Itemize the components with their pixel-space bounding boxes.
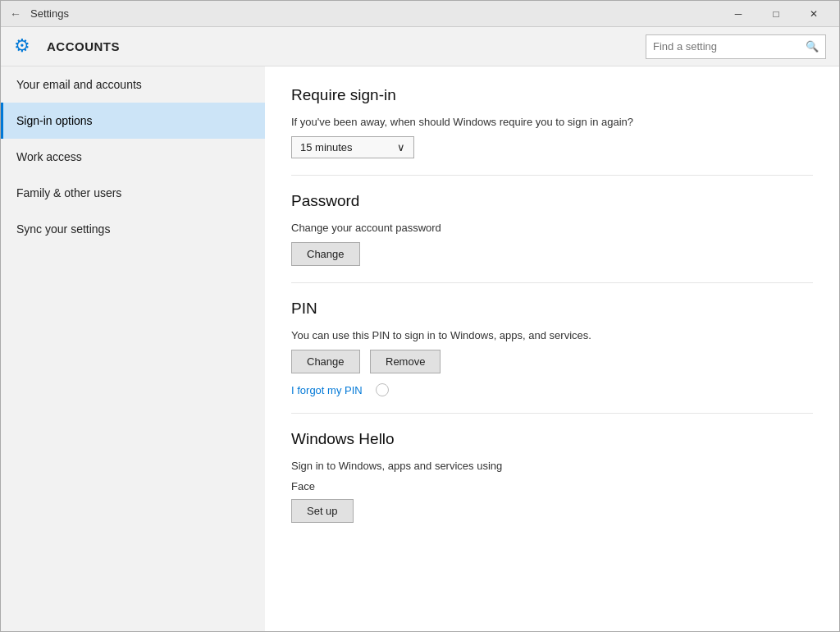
windows-hello-desc: Sign in to Windows, apps and services us… — [291, 460, 813, 472]
close-button[interactable]: ✕ — [795, 1, 833, 27]
accounts-icon: ⚙ — [14, 35, 37, 58]
password-desc: Change your account password — [291, 222, 813, 234]
back-button[interactable]: ← — [7, 6, 24, 22]
maximize-button[interactable]: □ — [757, 1, 795, 27]
password-section: Password Change your account password Ch… — [291, 192, 813, 266]
title-bar-title: Settings — [30, 7, 719, 20]
pin-title: PIN — [291, 300, 813, 318]
title-bar: ← Settings ─ □ ✕ — [1, 1, 839, 27]
pin-buttons: Change Remove — [291, 350, 813, 373]
dropdown-chevron: ∨ — [397, 141, 405, 153]
forgot-pin-row: I forgot my PIN — [291, 383, 813, 396]
sidebar-item-family-users[interactable]: Family & other users — [1, 175, 265, 211]
app-header: ⚙ ACCOUNTS 🔍 — [1, 27, 839, 66]
pin-section: PIN You can use this PIN to sign in to W… — [291, 300, 813, 396]
search-icon: 🔍 — [806, 40, 819, 53]
loading-indicator — [376, 383, 389, 396]
change-password-button[interactable]: Change — [291, 242, 360, 266]
sign-in-dropdown[interactable]: 15 minutes ∨ — [291, 136, 414, 158]
sidebar-item-work-access[interactable]: Work access — [1, 139, 265, 175]
window-controls: ─ □ ✕ — [719, 1, 833, 27]
require-sign-in-desc: If you've been away, when should Windows… — [291, 116, 813, 128]
change-pin-button[interactable]: Change — [291, 350, 360, 373]
password-title: Password — [291, 192, 813, 210]
setup-hello-button[interactable]: Set up — [291, 499, 354, 523]
divider-1 — [291, 175, 813, 176]
sidebar-item-sync-settings[interactable]: Sync your settings — [1, 211, 265, 247]
windows-hello-title: Windows Hello — [291, 430, 813, 448]
sidebar-item-sign-in-options[interactable]: Sign-in options — [1, 103, 265, 139]
divider-3 — [291, 413, 813, 414]
minimize-button[interactable]: ─ — [719, 1, 757, 27]
app-title: ACCOUNTS — [47, 39, 646, 53]
content-area: Require sign-in If you've been away, whe… — [265, 66, 839, 632]
forgot-pin-link[interactable]: I forgot my PIN — [291, 384, 363, 396]
divider-2 — [291, 282, 813, 283]
windows-hello-sub: Face — [291, 480, 813, 492]
require-sign-in-title: Require sign-in — [291, 86, 813, 104]
require-sign-in-section: Require sign-in If you've been away, whe… — [291, 86, 813, 158]
search-box[interactable]: 🔍 — [646, 34, 826, 59]
remove-pin-button[interactable]: Remove — [370, 350, 441, 373]
sidebar-item-email-accounts[interactable]: Your email and accounts — [1, 66, 265, 103]
search-input[interactable] — [653, 40, 806, 53]
sidebar: Your email and accounts Sign-in options … — [1, 66, 265, 632]
windows-hello-section: Windows Hello Sign in to Windows, apps a… — [291, 430, 813, 523]
pin-desc: You can use this PIN to sign in to Windo… — [291, 329, 813, 341]
main-layout: Your email and accounts Sign-in options … — [1, 66, 839, 632]
